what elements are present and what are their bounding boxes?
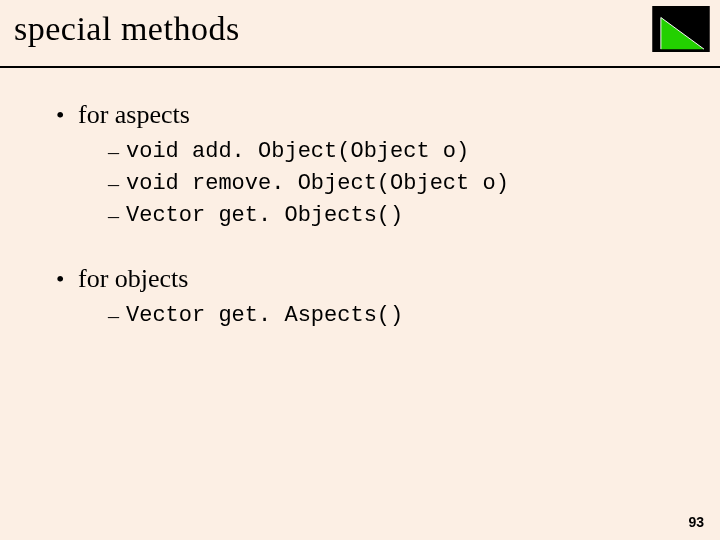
code-line: Vector get. Objects() [108, 200, 676, 232]
objects-methods-list: Vector get. Aspects() [78, 300, 676, 332]
title-rule [0, 66, 720, 68]
section-heading: for objects [78, 264, 188, 293]
section-heading: for aspects [78, 100, 190, 129]
corner-logo-icon [652, 6, 710, 52]
code-line: void remove. Object(Object o) [108, 168, 676, 200]
code-line: void add. Object(Object o) [108, 136, 676, 168]
section-aspects: for aspects void add. Object(Object o) v… [56, 100, 676, 232]
section-objects: for objects Vector get. Aspects() [56, 264, 676, 332]
aspects-methods-list: void add. Object(Object o) void remove. … [78, 136, 676, 232]
content-list: for aspects void add. Object(Object o) v… [56, 100, 676, 364]
page-number: 93 [688, 514, 704, 530]
slide-title: special methods [14, 10, 240, 48]
code-line: Vector get. Aspects() [108, 300, 676, 332]
